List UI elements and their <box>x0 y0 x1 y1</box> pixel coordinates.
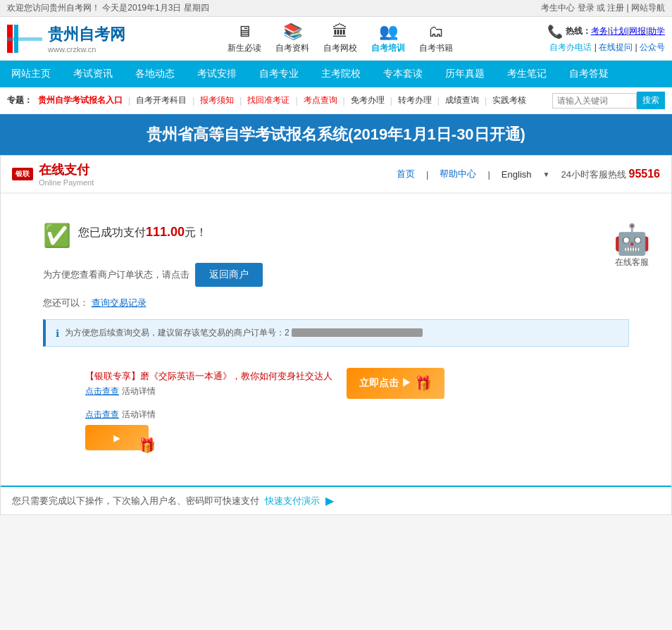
promo1-text: 【银联专享】磨《交际英语一本通》，教你如何变身社交达人 <box>85 370 332 383</box>
nav-icons: 🖥 新生必读 📚 自考资料 🏛 自考网校 👥 自考培训 🗂 自考书籍 <box>134 23 547 54</box>
promo2-link[interactable]: 点击查查 <box>85 409 119 419</box>
practice-link[interactable]: 实践考核 <box>490 94 529 106</box>
logo-text: 贵州自考网 www.crzkw.cn <box>48 24 125 54</box>
nav-label-3: 自考培训 <box>371 42 405 54</box>
books-icon: 🗂 <box>428 23 444 41</box>
language-selector[interactable]: English <box>502 169 532 180</box>
promo1-content: 【银联专享】磨《交际英语一本通》，教你如何变身社交达人 点击查查 活动详情 <box>85 370 332 397</box>
query-link-row: 您还可以： 查询交易记录 <box>43 297 629 309</box>
nav-label-4: 自考书籍 <box>419 42 453 54</box>
payment-amount: 111.00 <box>146 225 185 239</box>
admission-link[interactable]: 找回准考证 <box>244 94 292 106</box>
info-box: ℹ 为方便您后续查询交易，建议留存该笔交易的商户订单号：2 xxxxxxxxxx… <box>43 319 629 347</box>
nav-past[interactable]: 历年真题 <box>434 61 496 87</box>
hotline-info: 24小时客服热线 95516 <box>561 168 660 181</box>
info-text: 为方便您后续查询交易，建议留存该笔交易的商户订单号：2 xxxxxxxxxxxx <box>65 327 423 339</box>
nav-icon-3[interactable]: 👥 自考培训 <box>371 23 405 54</box>
service-face-icon: 🤖 <box>614 222 650 257</box>
kaowu-link[interactable]: 考务 <box>591 26 608 36</box>
hotline-number: 95516 <box>629 168 661 180</box>
promo1-detail: 点击查查 活动详情 <box>85 385 332 397</box>
school-icon: 🏛 <box>332 23 348 41</box>
return-prompt: 为方便您查看商户订单状态，请点击 <box>43 268 189 281</box>
nav-home[interactable]: 网站主页 <box>0 61 62 87</box>
promo-row-1: 【银联专享】磨《交际英语一本通》，教你如何变身社交达人 点击查查 活动详情 立即… <box>85 368 587 399</box>
logo-area: 贵州自考网 www.crzkw.cn <box>7 24 134 54</box>
jihua-link[interactable]: 计划 <box>610 26 627 36</box>
online-service[interactable]: 🤖 在线客服 <box>614 222 650 268</box>
zhuxue-link[interactable]: 助学 <box>648 26 665 36</box>
service-label: 在线客服 <box>614 257 650 268</box>
top-bar: 欢迎您访问贵州自考网！ 今天是2019年1月3日 星期四 考生中心 登录 或 注… <box>0 0 672 17</box>
transfer-link[interactable]: 转考办理 <box>395 94 435 106</box>
fast-pay-demo-link[interactable]: 快速支付演示 <box>265 495 320 507</box>
gift-icon-2: 🎁 <box>138 437 156 454</box>
nav-icon-4[interactable]: 🗂 自考书籍 <box>419 23 453 54</box>
nav-notes[interactable]: 考生笔记 <box>496 61 558 87</box>
return-merchant-button[interactable]: 返回商户 <box>195 263 263 287</box>
logo-icon <box>7 25 42 53</box>
success-text: 您已成功支付111.00元！ <box>78 225 207 240</box>
nav-icon-0[interactable]: 🖥 新生必读 <box>228 23 261 54</box>
login-link[interactable]: 登录 <box>578 3 595 13</box>
nav-qa[interactable]: 自考答疑 <box>558 61 620 87</box>
nav-label-2: 自考网校 <box>323 42 357 54</box>
promo-item-2: 点击查查 活动详情 ▶ 🎁 <box>85 409 587 450</box>
pay-home-link[interactable]: 首页 <box>397 168 415 180</box>
main-nav: 网站主页 考试资讯 各地动态 考试安排 自考专业 主考院校 专本套读 历年真题 … <box>0 61 672 87</box>
unionpay-text-area: 在线支付 Online Payment <box>39 161 94 187</box>
help-link[interactable]: 帮助中心 <box>440 168 476 180</box>
success-checkmark-icon: ✅ <box>43 222 71 249</box>
hotline-label: 热线：考务|计划|网报|助学 <box>566 25 665 37</box>
promo1-button[interactable]: 立即点击 ▶ 🎁 <box>347 368 444 399</box>
gift-icon: 🎁 <box>414 375 432 392</box>
nav-icon-2[interactable]: 🏛 自考网校 <box>323 23 357 54</box>
payment-content: 🤖 在线客服 ✅ 您已成功支付111.00元！ 为方便您查看商户订单状态，请点击… <box>1 194 671 486</box>
promo1-link[interactable]: 点击查查 <box>85 386 119 396</box>
order-number-hidden: xxxxxxxxxxxx <box>292 328 423 337</box>
unionpay-logo: 银联 在线支付 Online Payment <box>12 161 94 187</box>
promo2-arrow: ▶ <box>113 433 120 443</box>
score-link[interactable]: 成绩查询 <box>442 94 482 106</box>
site-guide-link[interactable]: 网站导航 <box>631 3 665 13</box>
online-question-link[interactable]: 在线提问 <box>599 42 633 52</box>
nav-label-0: 新生必读 <box>228 42 261 54</box>
payment-section: 银联 在线支付 Online Payment 首页 | 帮助中心 | Engli… <box>0 155 672 515</box>
subjects-link[interactable]: 自考开考科目 <box>133 94 189 106</box>
top-bar-right: 考生中心 登录 或 注册 | 网站导航 <box>541 2 665 14</box>
search-input[interactable] <box>552 93 637 109</box>
search-button[interactable]: 搜索 <box>637 92 665 109</box>
payment-header-right: 首页 | 帮助中心 | English ▼ 24小时客服热线 95516 <box>397 168 660 181</box>
promo2-button[interactable]: ▶ 🎁 <box>85 425 149 450</box>
nav-college[interactable]: 主考院校 <box>310 61 372 87</box>
hotline-area: 📞 热线：考务|计划|网报|助学 自考办电话 | 在线提问 | 公众号 <box>547 24 665 54</box>
nav-schedule[interactable]: 考试安排 <box>186 61 248 87</box>
site-name: 贵州自考网 <box>48 24 125 45</box>
info-icon: ℹ <box>56 328 59 339</box>
unionpay-main: 在线支付 <box>39 161 94 178</box>
training-icon: 👥 <box>379 23 398 41</box>
nav-icon-1[interactable]: 📚 自考资料 <box>275 23 309 54</box>
monitor-icon: 🖥 <box>237 23 252 41</box>
nav-major[interactable]: 自考专业 <box>248 61 310 87</box>
sub-nav-label: 专题： <box>7 94 32 106</box>
examsite-link[interactable]: 考点查询 <box>301 94 340 106</box>
wangbao-link[interactable]: 网报 <box>629 26 646 36</box>
query-transaction-link[interactable]: 查询交易记录 <box>92 297 147 308</box>
nav-set[interactable]: 专本套读 <box>372 61 434 87</box>
notice-link[interactable]: 报考须知 <box>197 94 237 106</box>
lang-arrow-icon[interactable]: ▼ <box>543 171 550 178</box>
phone-link[interactable]: 自考办电话 <box>549 42 592 52</box>
banner-text: 贵州省高等自学考试报名系统(2019年1月1日-30日开通) <box>147 125 525 143</box>
payment-header: 银联 在线支付 Online Payment 首页 | 帮助中心 | Engli… <box>1 156 671 193</box>
site-url: www.crzkw.cn <box>48 45 125 54</box>
wechat-link[interactable]: 公众号 <box>640 42 665 52</box>
promo-area: 【银联专享】磨《交际英语一本通》，教你如何变身社交达人 点击查查 活动详情 立即… <box>85 368 587 450</box>
register-link[interactable]: 注册 <box>607 3 624 13</box>
enroll-link[interactable]: 贵州自学考试报名入口 <box>35 94 125 106</box>
exempt-link[interactable]: 免考办理 <box>348 94 387 106</box>
nav-exam-news[interactable]: 考试资讯 <box>62 61 124 87</box>
svg-rect-2 <box>7 37 42 41</box>
nav-local[interactable]: 各地动态 <box>124 61 186 87</box>
banner: 贵州省高等自学考试报名系统(2019年1月1日-30日开通) <box>0 114 672 155</box>
